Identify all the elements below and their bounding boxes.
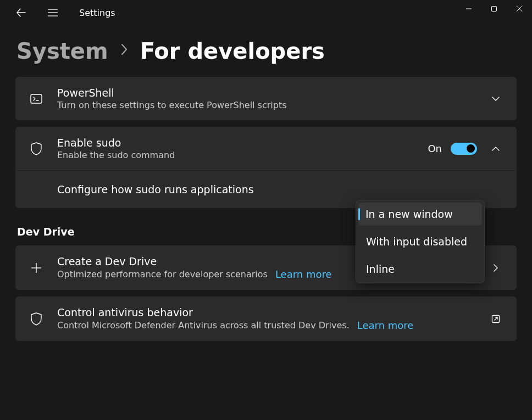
dropdown-item-new-window[interactable]: In a new window xyxy=(358,203,482,226)
sudo-configure-text: Configure how sudo runs applications xyxy=(57,183,503,195)
create-devdrive-subtitle: Optimized performance for developer scen… xyxy=(57,269,268,279)
close-icon xyxy=(516,5,523,12)
sudo-title: Enable sudo xyxy=(57,137,428,149)
toggle-thumb xyxy=(467,144,475,153)
dropdown-item-label: With input disabled xyxy=(366,236,467,248)
window-controls xyxy=(456,0,532,18)
powershell-title: PowerShell xyxy=(57,87,488,99)
antivirus-title: Control antivirus behavior xyxy=(57,306,488,318)
svg-rect-4 xyxy=(492,7,497,12)
sudo-subtitle: Enable the sudo command xyxy=(57,150,428,160)
powershell-icon xyxy=(29,92,44,105)
maximize-button[interactable] xyxy=(481,0,507,18)
app-title: Settings xyxy=(79,8,115,18)
dropdown-item-input-disabled[interactable]: With input disabled xyxy=(356,228,484,255)
back-arrow-icon xyxy=(16,8,26,18)
sudo-expander[interactable]: Enable sudo Enable the sudo command On xyxy=(15,127,517,170)
breadcrumb: System For developers xyxy=(0,25,532,74)
sudo-card: Enable sudo Enable the sudo command On C… xyxy=(15,127,517,208)
dropdown-item-label: Inline xyxy=(366,263,395,275)
plus-icon xyxy=(29,262,44,274)
antivirus-button[interactable]: Control antivirus behavior Control Micro… xyxy=(15,296,517,341)
dropdown-item-inline[interactable]: Inline xyxy=(356,255,484,283)
hamburger-icon xyxy=(48,9,58,16)
chevron-down-icon xyxy=(488,96,503,102)
shield-icon xyxy=(29,312,44,326)
powershell-expander[interactable]: PowerShell Turn on these settings to exe… xyxy=(15,77,517,120)
maximize-icon xyxy=(491,5,497,12)
dropdown-item-label: In a new window xyxy=(365,208,453,220)
breadcrumb-parent[interactable]: System xyxy=(16,38,108,64)
powershell-card: PowerShell Turn on these settings to exe… xyxy=(15,77,517,120)
chevron-right-icon xyxy=(120,43,128,59)
titlebar: Settings xyxy=(0,0,532,25)
shield-icon xyxy=(29,142,44,156)
sudo-toggle[interactable] xyxy=(451,143,477,155)
powershell-subtitle: Turn on these settings to execute PowerS… xyxy=(57,100,488,110)
nav-menu-button[interactable] xyxy=(42,3,64,23)
sudo-mode-dropdown[interactable]: In a new window With input disabled Inli… xyxy=(356,200,485,283)
antivirus-subtitle: Control Microsoft Defender Antivirus acr… xyxy=(57,320,350,331)
selection-indicator xyxy=(358,208,360,220)
sudo-toggle-label: On xyxy=(428,143,442,154)
sudo-configure-title: Configure how sudo runs applications xyxy=(57,183,503,195)
antivirus-text: Control antivirus behavior Control Micro… xyxy=(57,306,488,331)
close-button[interactable] xyxy=(507,0,532,18)
minimize-icon xyxy=(465,5,472,12)
svg-rect-7 xyxy=(31,94,42,103)
chevron-right-icon xyxy=(488,264,503,272)
antivirus-learn-more[interactable]: Learn more xyxy=(357,320,414,331)
chevron-up-icon xyxy=(488,146,503,152)
minimize-button[interactable] xyxy=(456,0,481,18)
breadcrumb-current: For developers xyxy=(140,38,325,64)
create-devdrive-learn-more[interactable]: Learn more xyxy=(275,268,332,280)
open-external-icon xyxy=(488,314,503,324)
antivirus-card: Control antivirus behavior Control Micro… xyxy=(15,296,517,341)
powershell-text: PowerShell Turn on these settings to exe… xyxy=(57,87,488,110)
sudo-text: Enable sudo Enable the sudo command xyxy=(57,137,428,160)
back-button[interactable] xyxy=(10,3,32,23)
